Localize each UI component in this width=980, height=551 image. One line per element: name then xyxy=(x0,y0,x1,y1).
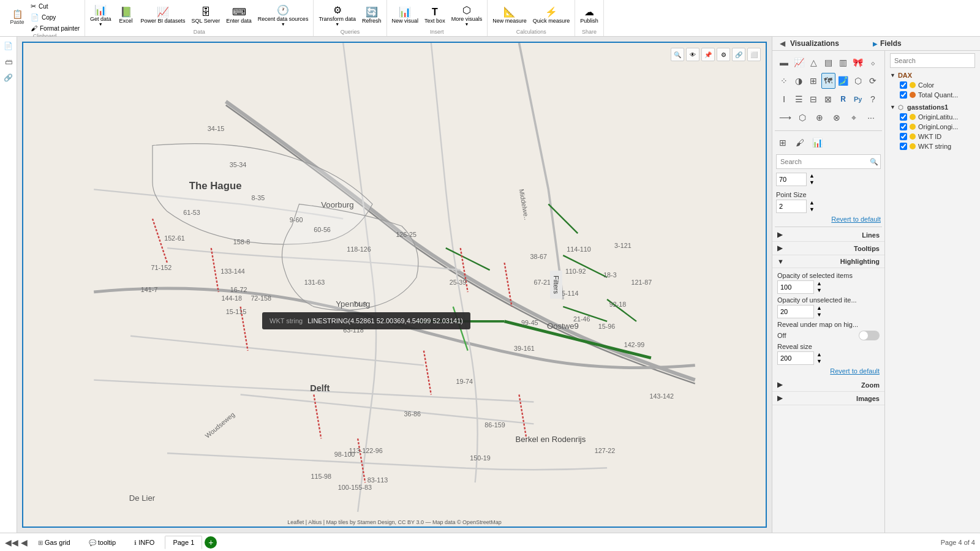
revert-default-link[interactable]: Revert to default xyxy=(776,216,881,223)
viz-icon-slicer[interactable]: ☰ xyxy=(792,91,805,107)
map-pin[interactable]: 📌 xyxy=(701,48,715,61)
ps-up-arrow[interactable]: ▲ xyxy=(809,200,815,206)
add-page-button[interactable]: + xyxy=(205,536,217,549)
tooltips-section-header[interactable]: ▶ Tooltips xyxy=(772,242,884,255)
viz-icon-pie[interactable]: ◑ xyxy=(792,73,805,89)
field-total-quant[interactable]: Total Quant... xyxy=(890,90,975,100)
sql-button[interactable]: 🗄 SQL Server xyxy=(189,6,223,25)
viz-search-input[interactable] xyxy=(776,154,881,169)
quick-measure-button[interactable]: ⚡ Quick measure xyxy=(530,5,573,25)
viz-icon-more[interactable]: ··· xyxy=(863,110,879,126)
viz-icon-custom3[interactable]: ⊗ xyxy=(829,110,845,126)
map-visual[interactable]: 🔍 👁 📌 ⚙ 🔗 ⬜ xyxy=(22,42,767,528)
viz-icon-line[interactable]: 📈 xyxy=(792,54,805,70)
fields-search-input[interactable] xyxy=(890,53,975,68)
lines-section-header[interactable]: ▶ Lines xyxy=(772,228,884,242)
count-up-arrow[interactable]: ▲ xyxy=(809,173,815,179)
gasstations-group-header[interactable]: ▼ ⬡ gasstations1 xyxy=(890,102,975,112)
viz-icon-matrix[interactable]: ⊠ xyxy=(821,91,835,107)
field-color-check[interactable] xyxy=(900,81,907,89)
publish-button[interactable]: ☁ Publish xyxy=(578,5,601,25)
count-down-arrow[interactable]: ▼ xyxy=(809,179,815,186)
text-box-button[interactable]: T Text box xyxy=(422,6,448,25)
rs-up[interactable]: ▲ xyxy=(816,351,822,358)
viz-icon-table[interactable]: ⊟ xyxy=(807,91,820,107)
nav-prev[interactable]: ◀ xyxy=(21,538,28,547)
viz-icon-area[interactable]: △ xyxy=(807,54,820,70)
recent-sources-button[interactable]: 🕐 Recent data sources ▼ xyxy=(255,3,311,28)
viz-icon-waterfall[interactable]: ⬦ xyxy=(866,54,880,70)
revert-default-link2[interactable]: Revert to default xyxy=(777,367,880,375)
viz-icon-custom1[interactable]: ⬡ xyxy=(794,110,810,126)
viz-icon-filled-map[interactable]: 🗾 xyxy=(837,73,850,89)
highlighting-section-header[interactable]: ▼ Highlighting xyxy=(772,255,884,268)
format-painter-button[interactable]: 🖌 Format painter xyxy=(28,23,82,33)
viz-icon-decomp[interactable]: ⟶ xyxy=(777,110,793,126)
filter-count-input[interactable] xyxy=(776,173,807,186)
copy-button[interactable]: 📄 Copy xyxy=(28,12,82,23)
viz-icon-ribbon[interactable]: 🎀 xyxy=(851,54,865,70)
reveal-map-toggle[interactable] xyxy=(859,331,880,340)
power-bi-button[interactable]: 📈 Power BI datasets xyxy=(138,5,188,25)
field-color[interactable]: Color xyxy=(890,80,975,90)
viz-icon-qna[interactable]: ? xyxy=(866,91,880,107)
dax-group-header[interactable]: ▼ DAX xyxy=(890,70,975,80)
transform-button[interactable]: ⚙ Transform data ▼ xyxy=(316,3,358,28)
field-wkt-id[interactable]: WKT ID xyxy=(890,132,975,141)
viz-icon-funnel[interactable]: ⬡ xyxy=(851,73,865,89)
analytics-icon[interactable]: 📊 xyxy=(809,135,825,151)
get-data-button[interactable]: 📊 Get data ▼ xyxy=(88,3,114,28)
ou-down[interactable]: ▼ xyxy=(816,312,822,318)
field-origin-long-check[interactable] xyxy=(900,123,907,130)
viz-icon-scatter[interactable]: ⁘ xyxy=(777,73,791,89)
viz-icon-map[interactable]: 🗺 xyxy=(821,73,835,89)
refresh-button[interactable]: 🔄 Refresh xyxy=(360,5,384,25)
opacity-selected-input[interactable] xyxy=(777,280,814,294)
sidebar-report-btn[interactable]: 📄 xyxy=(2,39,15,53)
field-origin-lat[interactable]: OriginLatitu... xyxy=(890,112,975,122)
viz-icon-kpi[interactable]: Ⅰ xyxy=(777,91,791,107)
field-origin-lat-check[interactable] xyxy=(900,113,907,121)
viz-icon-gauge[interactable]: ⟳ xyxy=(866,73,880,89)
field-wkt-id-check[interactable] xyxy=(900,133,907,140)
os-down[interactable]: ▼ xyxy=(816,287,822,294)
tab-page1[interactable]: Page 1 xyxy=(165,536,202,549)
field-origin-long[interactable]: OriginLongi... xyxy=(890,122,975,132)
build-icon[interactable]: ⊞ xyxy=(775,135,791,151)
tab-gas-grid[interactable]: ⊞ Gas grid xyxy=(30,536,78,549)
tab-tooltip[interactable]: 💬 tooltip xyxy=(81,536,124,549)
point-size-input[interactable] xyxy=(776,200,807,213)
expand-arrow[interactable]: ▶ xyxy=(873,40,878,47)
cut-button[interactable]: ✂ Cut xyxy=(28,1,82,12)
rs-down[interactable]: ▼ xyxy=(816,358,822,365)
viz-icon-r[interactable]: R xyxy=(837,91,850,107)
images-section-header[interactable]: ▶ Images xyxy=(772,392,884,405)
map-filter[interactable]: ⚙ xyxy=(717,48,730,61)
sidebar-data-btn[interactable]: 🗃 xyxy=(2,55,15,69)
map-zoom-reset[interactable]: 🔍 xyxy=(671,48,684,61)
viz-icon-custom4[interactable]: ⌖ xyxy=(846,110,862,126)
field-wkt-string[interactable]: WKT string xyxy=(890,141,975,151)
map-expand[interactable]: ⬜ xyxy=(747,48,761,61)
map-focus[interactable]: 👁 xyxy=(686,48,699,61)
enter-data-button[interactable]: ⌨ Enter data xyxy=(224,5,254,25)
collapse-left-arrow[interactable]: ◀ xyxy=(777,39,788,48)
format-icon[interactable]: 🖌 xyxy=(792,135,808,151)
nav-first[interactable]: ◀◀ xyxy=(5,538,18,547)
ou-up[interactable]: ▲ xyxy=(816,305,822,312)
viz-icon-custom2[interactable]: ⊕ xyxy=(812,110,827,126)
field-wkt-string-check[interactable] xyxy=(900,143,907,150)
paste-button[interactable]: 📋 Paste xyxy=(7,8,27,26)
tab-info[interactable]: ℹ INFO xyxy=(126,536,162,549)
new-measure-button[interactable]: 📐 New measure xyxy=(490,5,529,25)
viz-icon-stacked-bar[interactable]: ▤ xyxy=(821,54,835,70)
viz-icon-bar[interactable]: ▬ xyxy=(777,54,791,70)
opacity-unselected-input[interactable] xyxy=(777,305,814,318)
viz-icon-py[interactable]: Py xyxy=(851,91,865,107)
zoom-section-header[interactable]: ▶ Zoom xyxy=(772,378,884,392)
ps-down-arrow[interactable]: ▼ xyxy=(809,206,815,213)
sidebar-model-btn[interactable]: 🔗 xyxy=(2,71,15,84)
map-link[interactable]: 🔗 xyxy=(732,48,745,61)
viz-icon-treemap[interactable]: ⊞ xyxy=(807,73,820,89)
reveal-size-input[interactable] xyxy=(777,351,814,365)
